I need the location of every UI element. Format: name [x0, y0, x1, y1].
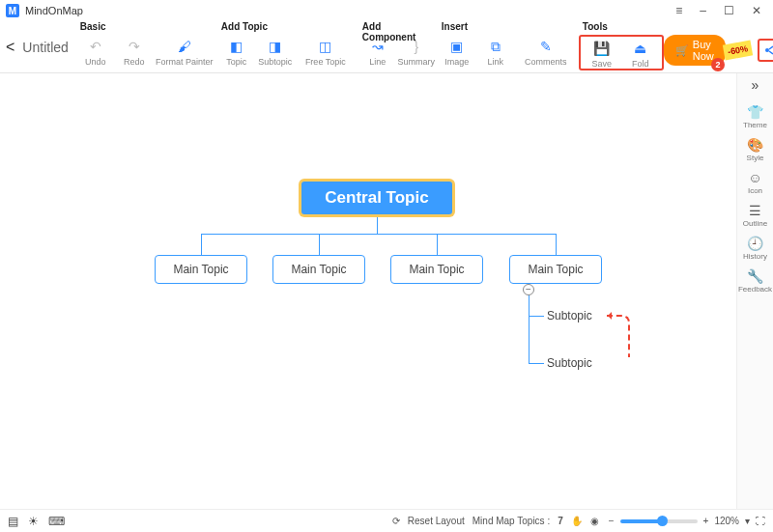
- button-label: Image: [444, 57, 469, 67]
- connector: [201, 234, 202, 255]
- main-topic[interactable]: Main Topic: [390, 255, 483, 284]
- maximize-button[interactable]: ☐: [724, 4, 734, 17]
- save-button[interactable]: 💾Save: [583, 37, 621, 69]
- undo-icon: ↶: [81, 37, 110, 56]
- sidebar-style[interactable]: 🎨Style: [738, 133, 772, 166]
- link-button[interactable]: ⧉Link: [476, 35, 515, 67]
- subtopic-button[interactable]: ◨Subtopic: [256, 35, 295, 67]
- feedback-icon: 🔧: [747, 268, 763, 284]
- fold-icon: ⏏: [626, 39, 655, 58]
- zoom-level: 120%: [714, 516, 739, 526]
- sidebar-history[interactable]: 🕘History: [738, 232, 772, 265]
- sidebar-label: Outline: [743, 219, 767, 228]
- reset-layout-label[interactable]: Reset Layout: [408, 516, 465, 526]
- save-icon: 💾: [587, 39, 616, 58]
- comments-button[interactable]: ✎Comments: [515, 35, 577, 67]
- ribbon-group-add-component: Add Component↝Line}Summary: [358, 21, 436, 70]
- main-topic[interactable]: Main Topic: [509, 255, 602, 284]
- zoom-out-button[interactable]: −: [609, 516, 615, 526]
- image-button[interactable]: ▣Image: [438, 35, 476, 67]
- canvas[interactable]: Central Topic Main Topic Main Topic Main…: [0, 73, 736, 509]
- collapse-sidebar-icon[interactable]: »: [752, 77, 759, 93]
- button-label: Comments: [525, 57, 567, 67]
- group-label: Add Topic: [217, 21, 357, 35]
- subtopic[interactable]: Subtopic: [547, 356, 592, 370]
- sidebar-label: Theme: [743, 121, 767, 129]
- connector: [319, 234, 320, 255]
- summary-icon: }: [402, 37, 431, 56]
- topics-count: 7: [558, 516, 563, 526]
- sidebar-theme[interactable]: 👕Theme: [738, 100, 772, 133]
- undo-button[interactable]: ↶Undo: [76, 35, 115, 67]
- close-button[interactable]: ✕: [752, 4, 761, 17]
- connector: [529, 316, 544, 317]
- central-topic[interactable]: Central Topic: [300, 180, 454, 216]
- sidebar-outline[interactable]: ☰Outline: [738, 199, 772, 232]
- svg-point-1: [765, 48, 769, 52]
- topics-label: Mind Map Topics :: [472, 516, 550, 526]
- group-label: Insert: [438, 21, 577, 35]
- sidebar-label: History: [743, 252, 767, 261]
- group-label: Tools: [579, 21, 664, 35]
- back-button[interactable]: <: [6, 39, 14, 56]
- document-title[interactable]: Untitled: [22, 40, 68, 55]
- zoom-slider[interactable]: [620, 519, 698, 523]
- sidebar-icon[interactable]: ☺Icon: [738, 166, 772, 199]
- style-icon: 🎨: [747, 137, 763, 153]
- redo-button[interactable]: ↷Redo: [115, 35, 154, 67]
- main-topic[interactable]: Main Topic: [155, 255, 247, 284]
- connector: [529, 290, 530, 363]
- topic-icon: ◧: [222, 37, 251, 56]
- zoom-dropdown-icon[interactable]: ▾: [745, 516, 750, 526]
- comments-icon: ✎: [531, 37, 560, 56]
- icon-icon: ☺: [748, 170, 761, 185]
- button-label: Format Painter: [156, 57, 214, 67]
- collapse-toggle[interactable]: −: [523, 284, 534, 295]
- button-label: Redo: [124, 57, 145, 67]
- line-button[interactable]: ↝Line: [358, 35, 397, 67]
- connector: [556, 234, 557, 255]
- summary-button[interactable]: }Summary: [397, 35, 436, 67]
- minimize-button[interactable]: –: [700, 4, 706, 17]
- window-controls: ≡ – ☐ ✕: [675, 4, 767, 17]
- topic-button[interactable]: ◧Topic: [217, 35, 256, 67]
- hand-tool-icon[interactable]: ✋: [571, 516, 583, 526]
- sidebar-label: Feedback: [738, 285, 772, 294]
- app-logo: M: [6, 4, 19, 17]
- brightness-icon[interactable]: ☀: [28, 515, 39, 528]
- reset-layout-icon[interactable]: ⟳: [392, 516, 400, 526]
- theme-icon: 👕: [747, 104, 763, 120]
- discount-badge: -60%: [723, 41, 753, 61]
- menu-icon[interactable]: ≡: [675, 4, 682, 17]
- subtopic[interactable]: Subtopic: [547, 309, 592, 322]
- button-label: Save: [592, 59, 613, 69]
- outline-icon: ☰: [749, 203, 761, 218]
- link-icon: ⧉: [481, 37, 510, 56]
- keyboard-icon[interactable]: ⌨: [48, 515, 65, 528]
- button-label: Undo: [85, 57, 106, 67]
- fit-screen-icon[interactable]: ⛶: [756, 516, 765, 526]
- free-topic-icon: ◫: [311, 37, 340, 56]
- image-icon: ▣: [443, 37, 472, 56]
- free-topic-button[interactable]: ◫Free Topic: [295, 35, 357, 67]
- redo-icon: ↷: [120, 37, 149, 56]
- ribbon: Basic↶Undo↷Redo🖌Format PainterAdd Topic◧…: [76, 21, 664, 70]
- format-painter-button[interactable]: 🖌Format Painter: [154, 35, 215, 67]
- share-icon[interactable]: [763, 42, 773, 58]
- format-painter-icon: 🖌: [170, 37, 199, 56]
- connector: [529, 363, 544, 364]
- button-label: Link: [488, 57, 504, 67]
- sidebar-feedback[interactable]: 🔧Feedback: [738, 265, 772, 297]
- connector: [377, 216, 378, 234]
- main-topic[interactable]: Main Topic: [272, 255, 365, 284]
- ribbon-group-tools: Tools💾Save⏏Fold: [579, 21, 664, 70]
- fold-button[interactable]: ⏏Fold: [621, 37, 660, 69]
- zoom-in-button[interactable]: +: [703, 516, 709, 526]
- sidebar-label: Icon: [748, 186, 762, 195]
- callout-2: 2: [711, 58, 725, 71]
- mindmap: Central Topic Main Topic Main Topic Main…: [0, 73, 736, 509]
- group-label: Basic: [76, 21, 215, 35]
- history-icon: 🕘: [747, 236, 763, 251]
- presentation-icon[interactable]: ▤: [8, 515, 18, 528]
- eye-tool-icon[interactable]: ◉: [590, 516, 599, 526]
